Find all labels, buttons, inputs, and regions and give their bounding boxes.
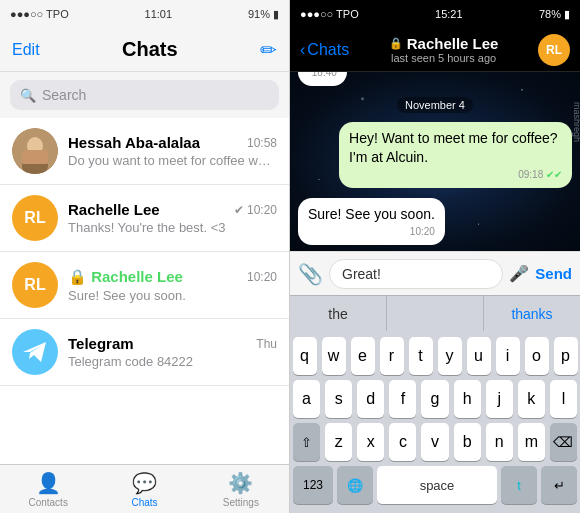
key-backspace[interactable]: ⌫ (550, 423, 577, 461)
keyboard-row-3: ⇧ z x c v b n m ⌫ (293, 423, 577, 461)
header-lock-icon: 🔒 (389, 37, 403, 50)
left-status-bar: ●●●○○ TPO 11:01 91% ▮ (0, 0, 289, 28)
chat-info-hessah: Hessah Aba-alalaa 10:58 Do you want to m… (68, 134, 277, 168)
compose-icon[interactable]: ✏ (260, 38, 277, 62)
contact-header-info: 🔒 Rachelle Lee last seen 5 hours ago (355, 35, 532, 64)
chat-name-telegram: Telegram (68, 335, 134, 352)
key-shift[interactable]: ⇧ (293, 423, 320, 461)
key-a[interactable]: a (293, 380, 320, 418)
chat-time-telegram: Thu (256, 337, 277, 351)
avatar-hessah (12, 128, 58, 174)
tab-contacts[interactable]: 👤 Contacts (0, 471, 96, 508)
keyboard-row-2: a s d f g h j k l (293, 380, 577, 418)
back-button[interactable]: ‹ Chats (300, 41, 349, 59)
avatar-rachelle1: RL (12, 195, 58, 241)
key-l[interactable]: l (550, 380, 577, 418)
edit-button[interactable]: Edit (12, 41, 40, 59)
svg-rect-3 (22, 150, 48, 164)
chat-messages-area: mashregh November 1 Hey! 18:40 November … (290, 72, 580, 251)
key-j[interactable]: j (486, 380, 513, 418)
key-w[interactable]: w (322, 337, 346, 375)
key-twitter[interactable]: t (501, 466, 537, 504)
key-x[interactable]: x (357, 423, 384, 461)
search-placeholder: Search (42, 87, 86, 103)
key-m[interactable]: m (518, 423, 545, 461)
key-f[interactable]: f (389, 380, 416, 418)
back-label: Chats (307, 41, 349, 59)
contact-avatar-small: RL (538, 34, 570, 66)
contacts-icon: 👤 (36, 471, 61, 495)
chats-title: Chats (122, 38, 178, 61)
input-bar: 📎 Great! 🎤 Send (290, 251, 580, 295)
key-n[interactable]: n (486, 423, 513, 461)
search-bar[interactable]: 🔍 Search (10, 80, 279, 110)
message-sure-time: 10:20 (410, 225, 435, 238)
key-o[interactable]: o (525, 337, 549, 375)
key-u[interactable]: u (467, 337, 491, 375)
autocomplete-word-3[interactable]: thanks (484, 296, 580, 331)
left-panel: ●●●○○ TPO 11:01 91% ▮ Edit Chats ✏ 🔍 Sea… (0, 0, 290, 513)
left-time: 11:01 (145, 8, 173, 20)
chat-preview-rachelle1: Thanks! You're the best. <3 (68, 220, 277, 235)
mic-button[interactable]: 🎤 (509, 264, 529, 283)
message-hey: Hey! 18:40 (298, 72, 347, 86)
chat-item-hessah[interactable]: Hessah Aba-alalaa 10:58 Do you want to m… (0, 118, 289, 185)
right-header: ‹ Chats 🔒 Rachelle Lee last seen 5 hours… (290, 28, 580, 72)
chat-list: Hessah Aba-alalaa 10:58 Do you want to m… (0, 118, 289, 464)
key-t[interactable]: t (409, 337, 433, 375)
chat-name-rachelle2: 🔒 Rachelle Lee (68, 268, 183, 286)
key-return[interactable]: ↵ (541, 466, 577, 504)
key-g[interactable]: g (421, 380, 448, 418)
tab-chats[interactable]: 💬 Chats (96, 471, 192, 508)
chat-item-rachelle2[interactable]: RL 🔒 Rachelle Lee 10:20 Sure! See you so… (0, 252, 289, 319)
key-h[interactable]: h (454, 380, 481, 418)
key-c[interactable]: c (389, 423, 416, 461)
send-button[interactable]: Send (535, 265, 572, 282)
message-coffee: Hey! Want to meet me for coffee? I'm at … (339, 122, 572, 187)
message-input[interactable]: Great! (329, 259, 503, 289)
chat-preview-hessah: Do you want to meet for coffee when you … (68, 153, 277, 168)
key-e[interactable]: e (351, 337, 375, 375)
chats-tab-label: Chats (131, 497, 157, 508)
right-panel: ●●●○○ TPO 15:21 78% ▮ ‹ Chats 🔒 Rachelle… (290, 0, 580, 513)
avatar-rachelle2: RL (12, 262, 58, 308)
key-v[interactable]: v (421, 423, 448, 461)
key-globe[interactable]: 🌐 (337, 466, 373, 504)
autocomplete-bar: the thanks (290, 295, 580, 331)
attach-button[interactable]: 📎 (298, 262, 323, 286)
message-sure: Sure! See you soon. 10:20 (298, 198, 445, 245)
chat-name-rachelle1: Rachelle Lee (68, 201, 160, 218)
key-i[interactable]: i (496, 337, 520, 375)
key-y[interactable]: y (438, 337, 462, 375)
autocomplete-word-2 (387, 296, 484, 331)
settings-label: Settings (223, 497, 259, 508)
key-b[interactable]: b (454, 423, 481, 461)
key-space[interactable]: space (377, 466, 497, 504)
chat-preview-telegram: Telegram code 84222 (68, 354, 277, 369)
autocomplete-word-1[interactable]: the (290, 296, 387, 331)
message-coffee-text: Hey! Want to meet me for coffee? I'm at … (349, 129, 562, 165)
right-time: 15:21 (435, 8, 463, 20)
tab-settings[interactable]: ⚙️ Settings (193, 471, 289, 508)
key-k[interactable]: k (518, 380, 545, 418)
left-battery: 91% ▮ (248, 8, 279, 21)
chat-item-telegram[interactable]: Telegram Thu Telegram code 84222 (0, 319, 289, 386)
key-r[interactable]: r (380, 337, 404, 375)
key-s[interactable]: s (325, 380, 352, 418)
back-chevron: ‹ (300, 41, 305, 59)
chat-item-rachelle1[interactable]: RL Rachelle Lee ✔ 10:20 Thanks! You're t… (0, 185, 289, 252)
chat-time-rachelle1: ✔ 10:20 (234, 203, 277, 217)
keyboard-row-4: 123 🌐 space t ↵ (293, 466, 577, 504)
avatar-telegram (12, 329, 58, 375)
key-z[interactable]: z (325, 423, 352, 461)
chat-time-rachelle2: 10:20 (247, 270, 277, 284)
input-value: Great! (342, 266, 381, 282)
contact-status: last seen 5 hours ago (391, 52, 496, 64)
chat-info-rachelle1: Rachelle Lee ✔ 10:20 Thanks! You're the … (68, 201, 277, 235)
key-p[interactable]: p (554, 337, 578, 375)
contacts-label: Contacts (28, 497, 67, 508)
key-123[interactable]: 123 (293, 466, 333, 504)
key-d[interactable]: d (357, 380, 384, 418)
keyboard-row-1: q w e r t y u i o p (293, 337, 577, 375)
key-q[interactable]: q (293, 337, 317, 375)
